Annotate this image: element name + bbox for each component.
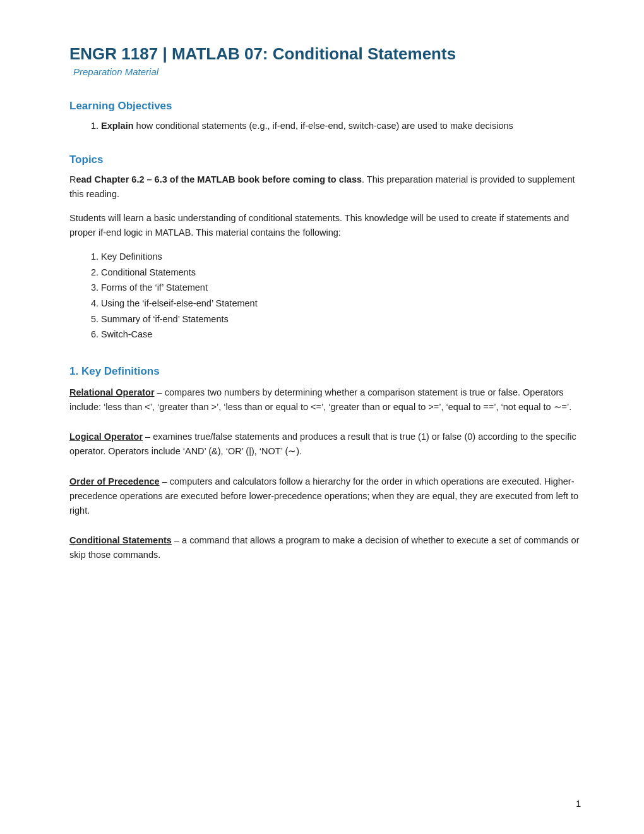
subtitle: Preparation Material <box>73 66 581 77</box>
list-item: Explain how conditional statements (e.g.… <box>101 119 581 133</box>
learning-objectives-heading: Learning Objectives <box>69 100 581 112</box>
read-prefix: R <box>69 174 76 184</box>
topics-read-paragraph: Read Chapter 6.2 – 6.3 of the MATLAB boo… <box>69 172 581 202</box>
topics-heading: Topics <box>69 154 581 166</box>
list-item: Switch-Case <box>101 327 581 342</box>
list-item: Key Definitions <box>101 249 581 265</box>
definition-order-of-precedence: Order of Precedence – computers and calc… <box>69 474 581 519</box>
section-key-definitions: 1. Key Definitions Relational Operator –… <box>69 365 581 563</box>
conditional-statements-text: Conditional Statements – a command that … <box>69 533 581 562</box>
definition-relational-operator: Relational Operator – compares two numbe… <box>69 385 581 414</box>
relational-operator-text: Relational Operator – compares two numbe… <box>69 385 581 414</box>
key-definitions-heading: 1. Key Definitions <box>69 365 581 378</box>
topics-intro: Students will learn a basic understandin… <box>69 211 581 240</box>
topics-list: Key Definitions Conditional Statements F… <box>101 249 581 342</box>
learning-obj-rest: how conditional statements (e.g., if-end… <box>134 121 513 131</box>
read-bold: ead Chapter 6.2 – 6.3 of the MATLAB book… <box>76 174 362 184</box>
order-of-precedence-term: Order of Precedence <box>69 476 160 486</box>
definition-conditional-statements: Conditional Statements – a command that … <box>69 533 581 562</box>
list-item: Using the ‘if-elseif-else-end’ Statement <box>101 296 581 311</box>
page-title: ENGR 1187 | MATLAB 07: Conditional State… <box>69 44 581 64</box>
learning-obj-bold: Explain <box>101 121 134 131</box>
conditional-statements-term: Conditional Statements <box>69 535 172 545</box>
section-topics: Topics Read Chapter 6.2 – 6.3 of the MAT… <box>69 154 581 342</box>
logical-operator-text: Logical Operator – examines true/false s… <box>69 430 581 459</box>
relational-operator-term: Relational Operator <box>69 387 155 397</box>
logical-operator-term: Logical Operator <box>69 432 143 442</box>
list-item: Conditional Statements <box>101 265 581 281</box>
list-item: Forms of the ‘if’ Statement <box>101 280 581 296</box>
section-learning-objectives: Learning Objectives Explain how conditio… <box>69 100 581 133</box>
list-item: Summary of ‘if-end’ Statements <box>101 311 581 327</box>
definition-logical-operator: Logical Operator – examines true/false s… <box>69 430 581 459</box>
page-number: 1 <box>576 799 581 809</box>
order-of-precedence-text: Order of Precedence – computers and calc… <box>69 474 581 519</box>
learning-objectives-list: Explain how conditional statements (e.g.… <box>101 119 581 133</box>
logical-operator-body: – examines true/false statements and pro… <box>69 432 576 456</box>
